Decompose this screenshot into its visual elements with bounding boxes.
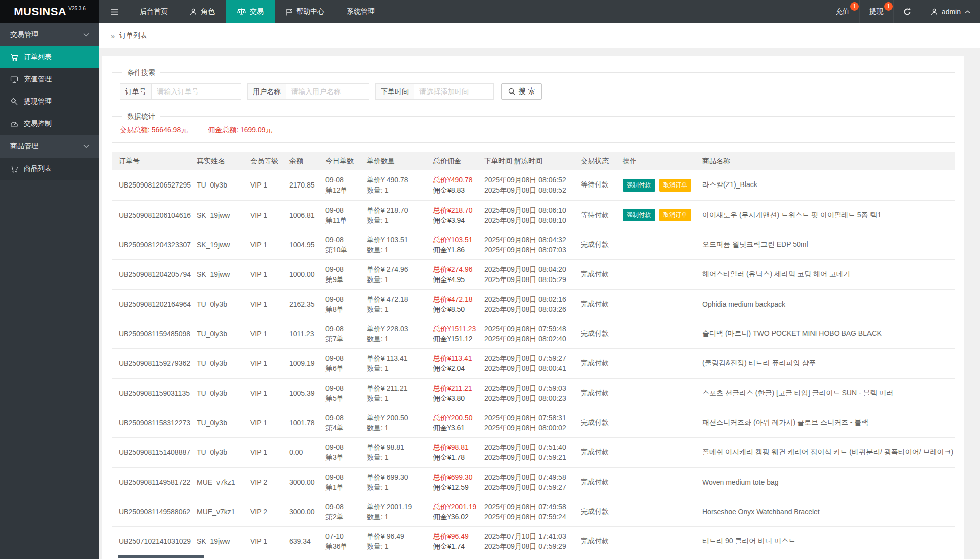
- cancel-order-button[interactable]: 取消订单: [659, 209, 691, 221]
- cell-balance: 1009.19: [289, 348, 325, 378]
- cell-real-name: TU_0ly3b: [197, 437, 250, 467]
- cell-balance: 1000.00: [289, 259, 325, 289]
- cell-balance: 1004.95: [289, 230, 325, 259]
- cancel-order-button[interactable]: 取消订单: [659, 179, 691, 192]
- cell-total-commission: 总价¥2001.19 佣金¥36.02: [433, 497, 484, 526]
- cell-product-name: Ophidia medium backpack: [702, 289, 955, 319]
- force-pay-button[interactable]: 强制付款: [623, 179, 655, 192]
- cell-product-name: 헤어스타일러 (유닉스) 세라믹 코팅 헤어 고데기: [702, 259, 955, 289]
- page-title: 订单列表: [119, 31, 147, 40]
- cell-today-orders: 09-08 第11单: [325, 200, 367, 230]
- table-row: UB2507102141031029 SK_19jww VIP 1 639.34…: [112, 526, 955, 556]
- header-trade-status: 交易状态: [581, 152, 623, 170]
- cell-product-name: 폴메쉬 이지캐리 캠핑 웨건 캐리어 접이식 카트 (바퀴분리/ 광폭타이어/ …: [702, 437, 955, 467]
- cell-today-orders: 09-08 第3单: [325, 437, 367, 467]
- cell-order-no: UB2509081149588062: [112, 497, 197, 526]
- withdraw-button[interactable]: 提现 1: [859, 0, 893, 23]
- sidebar-item-order-list[interactable]: 订单列表: [0, 46, 99, 68]
- horizontal-scrollbar-thumb[interactable]: [118, 555, 204, 558]
- cell-actions: [623, 467, 702, 497]
- cell-product-name: 티트리 90 클리어 바디 미스트: [702, 526, 955, 556]
- cell-status: 完成付款: [581, 259, 623, 289]
- order-no-input[interactable]: [152, 83, 241, 100]
- cell-unit-price-qty: 单价¥ 96.49 数量: 1: [367, 526, 433, 556]
- content-card: 条件搜索 订单号 用户名称 下单时间 搜 索: [102, 56, 964, 559]
- cell-product-name: 스포츠 선글라스 (한글) [고글 타입] 글라이드 SUN - 블랙 미러: [702, 378, 955, 408]
- header-order-no: 订单号: [112, 152, 197, 170]
- header-unit-price-qty: 单价数量: [367, 152, 433, 170]
- sidebar-section-product-management[interactable]: 商品管理: [0, 135, 99, 158]
- screen-icon: [10, 76, 18, 83]
- order-time-field-group: 下单时间: [375, 83, 494, 100]
- cell-times: 2025年09月08日 07:49:58 2025年09月08日 07:59:2…: [484, 467, 581, 497]
- cell-real-name: TU_0ly3b: [197, 289, 250, 319]
- cell-total-commission: 总价¥103.51 佣金¥1.86: [433, 230, 484, 259]
- cell-status: 完成付款: [581, 437, 623, 467]
- recharge-button[interactable]: 充值 1: [826, 0, 859, 23]
- refresh-button[interactable]: [893, 0, 921, 23]
- nav-item-system[interactable]: 系统管理: [336, 0, 386, 23]
- collapse-menu-button[interactable]: [99, 0, 129, 23]
- stats-panel-legend: 数据统计: [122, 112, 160, 121]
- username-field-group: 用户名称: [247, 83, 369, 100]
- cell-order-no: UB2509081159279362: [112, 348, 197, 378]
- cell-unit-price-qty: 单价¥ 274.96 数量: 1: [367, 259, 433, 289]
- cell-balance: 1006.81: [289, 200, 325, 230]
- sidebar-item-trade-control[interactable]: 交易控制: [0, 113, 99, 135]
- cell-vip-level: VIP 1: [250, 200, 289, 230]
- username-input[interactable]: [286, 83, 369, 100]
- cell-unit-price-qty: 单价¥ 699.30 数量: 1: [367, 467, 433, 497]
- cell-total-commission: 总价¥200.50 佣金¥3.61: [433, 408, 484, 437]
- cell-actions: [623, 289, 702, 319]
- table-row: UB2509081206104616 SK_19jww VIP 1 1006.8…: [112, 200, 955, 230]
- order-no-field-group: 订单号: [120, 83, 241, 100]
- cell-real-name: MUE_v7kz1: [197, 467, 250, 497]
- brand-logo: MUSINSA V25.3.6: [0, 0, 99, 23]
- search-button[interactable]: 搜 索: [501, 83, 542, 100]
- cell-vip-level: VIP 1: [250, 289, 289, 319]
- cell-times: 2025年09月08日 08:04:32 2025年09月08日 08:07:0…: [484, 230, 581, 259]
- cell-status: 完成付款: [581, 319, 623, 348]
- nav-item-dashboard[interactable]: 后台首页: [129, 0, 179, 23]
- cell-unit-price-qty: 单价¥ 228.03 数量: 1: [367, 319, 433, 348]
- cell-unit-price-qty: 单价¥ 2001.19 数量: 1: [367, 497, 433, 526]
- cell-status: 等待付款: [581, 170, 623, 200]
- sidebar-item-withdraw-management[interactable]: 提现管理: [0, 90, 99, 113]
- nav-item-help-center[interactable]: 帮助中心: [275, 0, 336, 23]
- cell-status: 完成付款: [581, 526, 623, 556]
- cell-product-name: 오드퍼퓸 월넛크릭그린 EDP 50ml: [702, 230, 955, 259]
- cell-total-commission: 总价¥699.30 佣金¥12.59: [433, 467, 484, 497]
- cell-product-name: Woven medium tote bag: [702, 467, 955, 497]
- cell-total-commission: 总价¥113.41 佣金¥2.04: [433, 348, 484, 378]
- cell-order-no: UB2509081206527295: [112, 170, 197, 200]
- table-row: UB2509081151408887 TU_0ly3b VIP 1 0.00 0…: [112, 437, 955, 467]
- order-no-label: 订单号: [120, 83, 152, 100]
- nav-item-roles[interactable]: 角色: [179, 0, 226, 23]
- cell-times: 2025年07月10日 17:41:03 2025年09月08日 07:59:2…: [484, 526, 581, 556]
- user-icon: [931, 8, 938, 16]
- hamburger-icon: [110, 8, 119, 16]
- nav-item-trade[interactable]: 交易: [226, 0, 275, 23]
- refresh-icon: [903, 8, 911, 16]
- sidebar: 交易管理 订单列表 充值管理 提现管理 交易控制 商品管理: [0, 23, 99, 559]
- cell-times: 2025年09月08日 08:06:10 2025年09月08日 08:08:1…: [484, 200, 581, 230]
- cell-product-name: (쿨링감&진정) 티트리 퓨리파잉 샴푸: [702, 348, 955, 378]
- cell-real-name: TU_0ly3b: [197, 319, 250, 348]
- cell-order-no: UB2509081149581722: [112, 467, 197, 497]
- sidebar-item-product-list[interactable]: 商品列表: [0, 158, 99, 180]
- cell-order-no: UB2509081202164964: [112, 289, 197, 319]
- order-time-input[interactable]: [414, 83, 494, 100]
- cell-actions: [623, 378, 702, 408]
- cell-total-commission: 总价¥218.70 佣金¥3.94: [433, 200, 484, 230]
- sidebar-item-recharge-management[interactable]: 充值管理: [0, 68, 99, 90]
- cell-product-name: 숄더백 (마르니) TWO POCKET MINI HOBO BAG BLACK: [702, 319, 955, 348]
- table-row: UB2509081159279362 TU_0ly3b VIP 1 1009.1…: [112, 348, 955, 378]
- cart-icon: [10, 54, 18, 61]
- cell-today-orders: 07-10 第36单: [325, 526, 367, 556]
- force-pay-button[interactable]: 强制付款: [623, 209, 655, 221]
- table-row: UB2509081159485098 TU_0ly3b VIP 1 1011.2…: [112, 319, 955, 348]
- cell-real-name: SK_19jww: [197, 259, 250, 289]
- cell-status: 完成付款: [581, 408, 623, 437]
- sidebar-section-trade-management[interactable]: 交易管理: [0, 23, 99, 46]
- user-menu[interactable]: admin: [921, 0, 980, 23]
